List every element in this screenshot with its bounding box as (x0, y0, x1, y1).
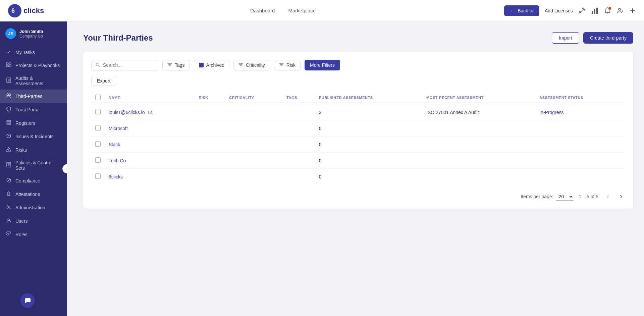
chart-icon-button[interactable] (591, 7, 598, 14)
chat-bubble[interactable] (20, 293, 35, 308)
sidebar-item-compliance[interactable]: Compliance (0, 174, 67, 188)
attestations-icon (5, 191, 12, 198)
third-parties-card: Tags Archived Criticality Risk (83, 52, 633, 209)
sidebar-item-label: Trust Portal (15, 107, 40, 112)
row-published-assessments-4: 0 (315, 169, 422, 185)
svg-line-2 (581, 10, 583, 12)
svg-rect-5 (596, 8, 598, 14)
export-button[interactable]: Export (91, 76, 116, 86)
sidebar-item-audits[interactable]: Audits & Assessments (0, 72, 67, 90)
tasks-icon: ✓ (5, 49, 12, 55)
sidebar-item-label: Projects & Playbooks (15, 63, 60, 68)
nav-link-marketplace[interactable]: Marketplace (288, 8, 316, 13)
add-licenses-link[interactable]: Add Licenses (545, 8, 573, 13)
risks-icon (5, 147, 12, 153)
sidebar-item-administration[interactable]: Administration (0, 201, 67, 214)
third-party-name-4[interactable]: 6clicks (109, 174, 123, 179)
chart-icon (591, 7, 598, 14)
sidebar-item-users[interactable]: Users (0, 214, 67, 228)
archived-filter-button[interactable]: Archived (194, 60, 229, 70)
user-info: John Smith Company Co (19, 29, 43, 39)
search-input[interactable] (103, 62, 154, 68)
col-criticality: CRITICALITY (225, 91, 282, 104)
svg-point-25 (8, 150, 9, 151)
row-checkbox-3[interactable] (95, 157, 101, 163)
sidebar-item-trust-portal[interactable]: Trust Portal (0, 103, 67, 116)
sidebar-item-label: Issues & Incidents (15, 134, 54, 139)
audits-icon (5, 77, 12, 84)
third-party-name-0[interactable]: louis1@6clicks.io_14 (109, 110, 153, 115)
filter-row: Tags Archived Criticality Risk (91, 60, 625, 70)
import-button[interactable]: Import (552, 32, 579, 44)
table-row: Tech Co0 (91, 153, 625, 169)
sidebar-item-label: My Tasks (15, 50, 35, 55)
criticality-filter-button[interactable]: Criticality (233, 60, 270, 70)
roles-icon (5, 231, 12, 238)
sidebar-item-label: Third-Parties (15, 94, 42, 99)
svg-rect-4 (594, 9, 595, 14)
col-most-recent: MOST RECENT ASSESSMENT (422, 91, 535, 104)
sidebar-item-my-tasks[interactable]: ✓ My Tasks (0, 46, 67, 59)
users-icon (5, 218, 12, 224)
sidebar-item-policies[interactable]: Policies & Control Sets (0, 157, 67, 174)
sidebar-item-issues[interactable]: Issues & Incidents (0, 130, 67, 143)
row-checkbox-1[interactable] (95, 125, 101, 130)
archived-active-indicator (199, 63, 204, 67)
sidebar-item-attestations[interactable]: Attestations (0, 188, 67, 201)
create-third-party-button[interactable]: Create third-party (583, 32, 633, 44)
col-status: ASSESSMENT STATUS (535, 91, 625, 104)
row-published-assessments-2: 0 (315, 137, 422, 153)
tags-filter-button[interactable]: Tags (162, 60, 190, 70)
svg-rect-20 (7, 124, 11, 124)
row-tags-3 (282, 153, 315, 169)
sidebar-item-label: Risks (15, 147, 27, 153)
more-filters-button[interactable]: More Filters (305, 60, 340, 70)
plus-icon-button[interactable] (629, 7, 636, 14)
row-checkbox-4[interactable] (95, 173, 101, 179)
user-company: Company Co (19, 34, 43, 39)
row-assessment-status-4 (535, 169, 625, 185)
row-checkbox-2[interactable] (95, 141, 101, 147)
page-title: Your Third-Parties (83, 33, 153, 43)
search-box[interactable] (91, 60, 158, 70)
sidebar-item-projects[interactable]: Projects & Playbooks (0, 59, 67, 72)
row-risk-3 (195, 153, 225, 169)
third-party-name-1[interactable]: Microsoft (109, 126, 128, 131)
row-most-recent-3 (422, 153, 535, 169)
svg-rect-9 (9, 63, 11, 64)
user-name: John Smith (19, 29, 43, 34)
topnav: 6 clicks Dashboard Marketplace ← Back to… (0, 0, 644, 21)
col-tags: TAGS (282, 91, 315, 104)
logo-area: 6 clicks (8, 4, 62, 17)
admin-users-icon-button[interactable] (616, 7, 624, 14)
next-page-button[interactable] (617, 193, 625, 201)
main-content: Your Third-Parties Import Create third-p… (67, 21, 644, 316)
sidebar-item-label: Administration (15, 205, 45, 210)
bell-icon-button[interactable] (604, 7, 611, 14)
sidebar-item-registers[interactable]: Registers (0, 116, 67, 130)
row-risk-0 (195, 104, 225, 120)
sidebar-item-roles[interactable]: Roles (0, 228, 67, 241)
row-most-recent-4 (422, 169, 535, 185)
row-most-recent-0: ISO 27001 Annex A Audit (422, 104, 535, 120)
search-icon (96, 62, 100, 68)
nav-link-dashboard[interactable]: Dashboard (250, 8, 275, 13)
third-party-name-2[interactable]: Slack (109, 142, 120, 147)
svg-point-33 (8, 219, 10, 221)
select-all-checkbox[interactable] (95, 95, 101, 100)
row-checkbox-0[interactable] (95, 109, 101, 114)
administration-icon (5, 204, 12, 211)
back-to-button[interactable]: ← Back to (504, 5, 539, 16)
third-party-name-3[interactable]: Tech Co (109, 158, 126, 163)
items-per-page-select[interactable]: 20 50 100 (556, 193, 574, 201)
row-criticality-4 (225, 169, 282, 185)
sidebar-item-third-parties[interactable]: Third-Parties (0, 90, 67, 103)
row-risk-1 (195, 120, 225, 137)
sidebar-item-risks[interactable]: Risks (0, 143, 67, 157)
avatar: JS (5, 28, 16, 39)
prev-page-button[interactable] (604, 193, 612, 201)
risk-filter-button[interactable]: Risk (274, 60, 301, 70)
sidebar: JS John Smith Company Co ✓ My Tasks Proj… (0, 21, 67, 316)
tools-icon-button[interactable] (578, 7, 586, 14)
row-criticality-0 (225, 104, 282, 120)
